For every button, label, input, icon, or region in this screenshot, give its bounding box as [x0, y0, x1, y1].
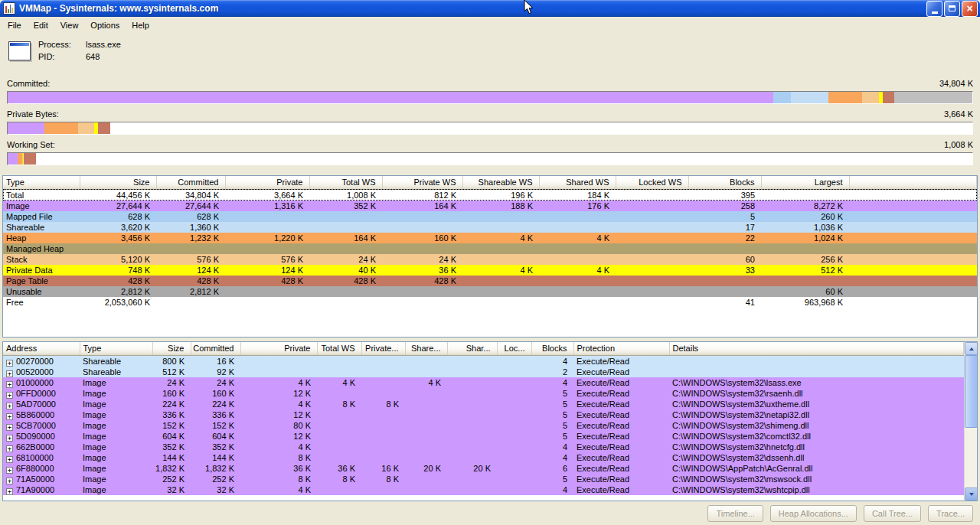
cell-private: 3,664 K [225, 189, 309, 201]
region-row-5d090000[interactable]: +5D090000Image604 K604 K12 K5Execute/Rea… [3, 431, 964, 442]
expand-icon[interactable]: + [6, 424, 13, 431]
column-header-total-ws[interactable]: Total WS [317, 342, 361, 355]
vertical-scrollbar[interactable] [964, 342, 977, 501]
cell-blocks: 5 [531, 431, 573, 442]
column-header-shared-ws[interactable]: Shared WS [539, 176, 616, 189]
column-header-largest[interactable]: Largest [761, 176, 849, 189]
cell-committed: 144 K [191, 452, 240, 463]
summary-row-heap[interactable]: Heap3,456 K1,232 K1,220 K164 K160 K4 K4 … [3, 233, 977, 243]
maximize-button[interactable] [944, 1, 960, 17]
cell-protection: Execute/Read [573, 377, 669, 388]
column-header-type[interactable]: Type [80, 342, 152, 355]
menu-item-file[interactable]: File [2, 18, 28, 32]
scroll-down-button[interactable] [965, 488, 978, 501]
cell-shareable-ws [462, 243, 539, 254]
expand-icon[interactable]: + [6, 488, 13, 495]
cell-size: 144 K [152, 452, 191, 463]
column-header-shar[interactable]: Shar... [447, 342, 497, 355]
region-row-6f880000[interactable]: +6F880000Image1,832 K1,832 K36 K36 K16 K… [3, 463, 964, 474]
bar-segment-page-table [883, 92, 894, 103]
column-header-private[interactable]: Private [240, 342, 317, 355]
expand-icon[interactable]: + [6, 360, 13, 367]
expand-icon[interactable]: + [6, 413, 13, 420]
column-header-shareable-ws[interactable]: Shareable WS [462, 176, 539, 189]
summary-row-private-data[interactable]: Private Data748 K124 K124 K40 K36 K4 K4 … [3, 265, 977, 276]
cell-shar [447, 388, 497, 399]
summary-row-managed-heap[interactable]: Managed Heap [3, 243, 977, 254]
cell-largest [761, 189, 849, 201]
column-header-size[interactable]: Size [80, 176, 156, 189]
expand-icon[interactable]: + [6, 435, 13, 442]
close-button[interactable]: × [962, 1, 978, 17]
scroll-up-button[interactable] [965, 342, 978, 355]
column-header-address[interactable]: Address [3, 342, 80, 355]
menu-item-options[interactable]: Options [84, 18, 126, 32]
scrollbar-thumb[interactable] [965, 355, 978, 428]
region-row-662b0000[interactable]: +662B0000Image352 K352 K4 K4Execute/Read… [3, 442, 964, 452]
cell-total-ws [309, 297, 382, 308]
column-header-total-ws[interactable]: Total WS [309, 176, 382, 189]
expand-icon[interactable]: + [6, 445, 13, 452]
column-header-committed[interactable]: Committed [156, 176, 225, 189]
expand-icon[interactable]: + [6, 381, 13, 388]
region-row-68100000[interactable]: +68100000Image144 K144 K8 K4Execute/Read… [3, 452, 964, 463]
region-row-71a50000[interactable]: +71A50000Image252 K252 K8 K8 K8 K5Execut… [3, 474, 964, 484]
cell-shareable-ws [462, 276, 539, 286]
menu-item-help[interactable]: Help [126, 18, 155, 32]
summary-row-unusable[interactable]: Unusable2,812 K2,812 K60 K [3, 286, 977, 297]
call-tree-button[interactable]: Call Tree... [864, 505, 921, 522]
title-bar[interactable]: VMMap - Sysinternals: www.sysinternals.c… [0, 0, 980, 17]
column-header-blocks[interactable]: Blocks [688, 176, 761, 189]
column-header-share[interactable]: Share... [405, 342, 447, 355]
cell-blocks: 41 [688, 297, 761, 308]
region-row-00520000[interactable]: +00520000Shareable512 K92 K2Execute/Read [3, 367, 964, 377]
summary-row-shareable[interactable]: Shareable3,620 K1,360 K171,036 K [3, 222, 977, 233]
column-header-protection[interactable]: Protection [573, 342, 669, 355]
summary-row-mapped-file[interactable]: Mapped File628 K628 K5260 K [3, 211, 977, 222]
cell-address: +5B860000 [3, 409, 80, 420]
expand-icon[interactable]: + [6, 467, 13, 474]
summary-row-total[interactable]: Total44,456 K34,804 K3,664 K1,008 K812 K… [3, 189, 977, 201]
region-row-71a90000[interactable]: +71A90000Image32 K32 K4 K4Execute/ReadC:… [3, 484, 964, 495]
summary-row-stack[interactable]: Stack5,120 K576 K576 K24 K24 K60256 K [3, 254, 977, 265]
summary-row-page-table[interactable]: Page Table428 K428 K428 K428 K428 K [3, 276, 977, 286]
trace-button[interactable]: Trace... [928, 505, 973, 522]
column-header-type[interactable]: Type [3, 176, 80, 189]
cell-size: 3,456 K [80, 233, 156, 243]
minimize-button[interactable] [926, 1, 942, 17]
column-header-size[interactable]: Size [152, 342, 191, 355]
column-header-committed[interactable]: Committed [191, 342, 240, 355]
region-row-5cb70000[interactable]: +5CB70000Image152 K152 K80 K5Execute/Rea… [3, 420, 964, 431]
heap-allocations-button[interactable]: Heap Allocations... [770, 505, 857, 522]
region-row-00270000[interactable]: +00270000Shareable800 K16 K4Execute/Read [3, 355, 964, 367]
expand-icon[interactable]: + [6, 403, 13, 409]
column-header-private[interactable]: Private [225, 176, 309, 189]
cell-total-ws [317, 420, 361, 431]
cell-filler [849, 243, 977, 254]
summary-row-image[interactable]: Image27,644 K27,644 K1,316 K352 K164 K18… [3, 201, 977, 211]
vmmap-window: VMMap - Sysinternals: www.sysinternals.c… [0, 0, 980, 525]
working-set-bar-group: Working Set: 1,008 K [7, 140, 973, 165]
column-header-private-ws[interactable]: Private WS [382, 176, 462, 189]
column-header-private[interactable]: Private... [361, 342, 405, 355]
region-row-5ad70000[interactable]: +5AD70000Image224 K224 K4 K8 K8 K5Execut… [3, 399, 964, 409]
column-header-blocks[interactable]: Blocks [531, 342, 573, 355]
expand-icon[interactable]: + [6, 456, 13, 463]
vmmap-app-icon[interactable] [3, 2, 15, 15]
menu-item-edit[interactable]: Edit [28, 18, 54, 32]
region-row-0ffd0000[interactable]: +0FFD0000Image160 K160 K12 K5Execute/Rea… [3, 388, 964, 399]
expand-icon[interactable]: + [6, 392, 13, 399]
region-row-5b860000[interactable]: +5B860000Image336 K336 K12 K5Execute/Rea… [3, 409, 964, 420]
column-header-details[interactable]: Details [669, 342, 964, 355]
summary-row-free[interactable]: Free2,053,060 K41963,968 K [3, 297, 977, 308]
cell-share [405, 399, 447, 409]
column-header-locked-ws[interactable]: Locked WS [616, 176, 688, 189]
cell-share [405, 474, 447, 484]
menu-item-view[interactable]: View [54, 18, 85, 32]
timeline-button[interactable]: Timeline... [707, 505, 763, 522]
region-row-01000000[interactable]: +01000000Image24 K24 K4 K4 K4 K4Execute/… [3, 377, 964, 388]
column-header-loc[interactable]: Loc... [497, 342, 531, 355]
cell-type: Free [3, 297, 80, 308]
expand-icon[interactable]: + [6, 370, 13, 377]
expand-icon[interactable]: + [6, 478, 13, 484]
